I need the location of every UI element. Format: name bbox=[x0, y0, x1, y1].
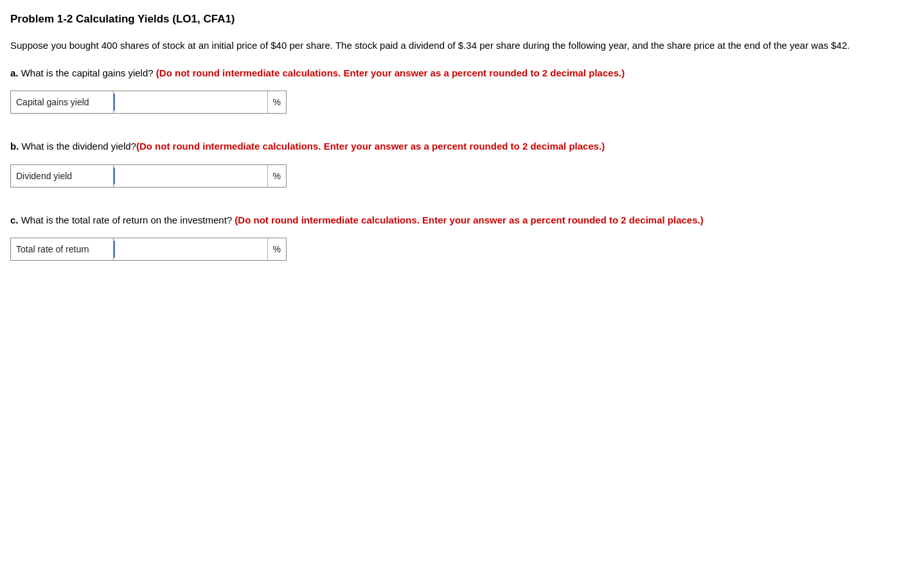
problem-title: Problem 1-2 Calculating Yields (LO1, CFA… bbox=[10, 13, 914, 26]
total-rate-of-return-label: Total rate of return bbox=[11, 238, 114, 260]
dividend-yield-row: Dividend yield % bbox=[10, 164, 287, 188]
question-a-main: What is the capital gains yield? bbox=[19, 67, 154, 78]
intro-text: Suppose you bought 400 shares of stock a… bbox=[10, 39, 897, 53]
question-a-text: a. What is the capital gains yield? (Do … bbox=[10, 66, 897, 81]
question-b-main: What is the dividend yield? bbox=[19, 141, 136, 152]
question-c-instruction: (Do not round intermediate calculations.… bbox=[232, 215, 704, 225]
capital-gains-yield-input[interactable] bbox=[114, 91, 267, 113]
total-rate-of-return-row: Total rate of return % bbox=[10, 238, 287, 261]
question-c-prefix: c. bbox=[10, 215, 19, 225]
dividend-yield-percent: % bbox=[268, 165, 286, 187]
dividend-yield-input-wrapper bbox=[114, 165, 268, 187]
question-b-text: b. What is the dividend yield?(Do not ro… bbox=[10, 139, 897, 154]
capital-gains-yield-percent: % bbox=[268, 91, 286, 113]
question-b-instruction: (Do not round intermediate calculations.… bbox=[136, 141, 605, 152]
question-c-text: c. What is the total rate of return on t… bbox=[10, 213, 897, 228]
total-rate-of-return-input[interactable] bbox=[114, 238, 267, 260]
question-b-block: b. What is the dividend yield?(Do not ro… bbox=[10, 139, 914, 188]
capital-gains-yield-row: Capital gains yield % bbox=[10, 91, 287, 114]
question-a-block: a. What is the capital gains yield? (Do … bbox=[10, 66, 914, 114]
total-rate-of-return-input-wrapper bbox=[114, 238, 268, 260]
dividend-yield-label: Dividend yield bbox=[11, 165, 114, 187]
dividend-yield-input[interactable] bbox=[114, 165, 267, 187]
total-rate-of-return-percent: % bbox=[268, 238, 286, 260]
question-a-prefix: a. bbox=[10, 67, 19, 78]
question-a-instruction: (Do not round intermediate calculations.… bbox=[154, 67, 625, 78]
question-c-main: What is the total rate of return on the … bbox=[19, 215, 233, 225]
capital-gains-yield-label: Capital gains yield bbox=[11, 91, 114, 113]
capital-gains-yield-input-wrapper bbox=[114, 91, 268, 113]
question-b-prefix: b. bbox=[10, 141, 19, 152]
question-c-block: c. What is the total rate of return on t… bbox=[10, 213, 914, 261]
